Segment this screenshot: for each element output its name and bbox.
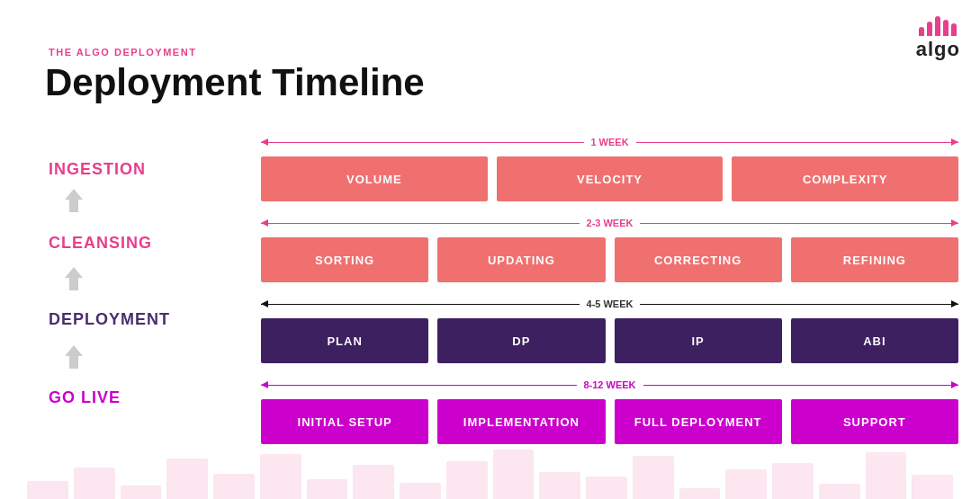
deployment-blocks: PLAN DP IP ABI bbox=[261, 318, 958, 363]
bg-bar bbox=[446, 461, 488, 499]
bg-bar bbox=[400, 483, 441, 499]
arrow-down-1 bbox=[61, 187, 86, 218]
bg-bar bbox=[353, 465, 394, 499]
bg-bar bbox=[772, 463, 814, 499]
block-full-deployment: FULL DEPLOYMENT bbox=[615, 399, 782, 444]
phase-label-deployment: DEPLOYMENT bbox=[49, 310, 170, 329]
logo-bar-3 bbox=[935, 16, 940, 36]
cleansing-section: 2-3 WEEK SORTING UPDATING CORRECTING REF… bbox=[261, 214, 958, 282]
block-implementation: IMPLEMENTATION bbox=[437, 399, 605, 444]
week-label-3: 4-5 WEEK bbox=[580, 299, 641, 309]
phase-label-golive: GO LIVE bbox=[49, 388, 121, 407]
bg-bar bbox=[493, 450, 535, 499]
cleansing-blocks: SORTING UPDATING CORRECTING REFINING bbox=[261, 237, 958, 282]
bg-bar bbox=[213, 474, 255, 499]
week-label-1: 1 WEEK bbox=[583, 137, 635, 147]
page-subtitle: THE ALGO DEPLOYMENT bbox=[49, 47, 196, 58]
bg-bar bbox=[307, 479, 348, 499]
ingestion-blocks: VOLUME VELOCITY COMPLEXITY bbox=[261, 156, 958, 201]
block-correcting: CORRECTING bbox=[615, 237, 782, 282]
block-updating: UPDATING bbox=[437, 237, 605, 282]
logo-bar-5 bbox=[951, 23, 957, 36]
golive-section: 8-12 WEEK INITIAL SETUP IMPLEMENTATION F… bbox=[261, 376, 958, 444]
logo-bars bbox=[919, 16, 957, 36]
block-initial-setup: INITIAL SETUP bbox=[261, 399, 428, 444]
bg-bar bbox=[819, 484, 860, 499]
logo-bar-4 bbox=[943, 20, 949, 36]
week-label-2: 2-3 WEEK bbox=[580, 218, 641, 228]
bg-bar bbox=[166, 459, 208, 499]
deployment-section: 4-5 WEEK PLAN DP IP ABI bbox=[261, 295, 958, 363]
golive-blocks: INITIAL SETUP IMPLEMENTATION FULL DEPLOY… bbox=[261, 399, 958, 444]
page-title: Deployment Timeline bbox=[45, 61, 425, 104]
block-support: SUPPORT bbox=[791, 399, 958, 444]
ingestion-section: 1 WEEK VOLUME VELOCITY COMPLEXITY bbox=[261, 133, 958, 201]
svg-marker-1 bbox=[65, 267, 83, 290]
svg-marker-0 bbox=[65, 189, 83, 212]
bg-bar bbox=[539, 472, 580, 499]
block-velocity: VELOCITY bbox=[497, 156, 724, 201]
logo: algo bbox=[916, 16, 960, 61]
block-complexity: COMPLEXITY bbox=[732, 156, 958, 201]
bg-bar bbox=[866, 452, 907, 499]
week-label-4: 8-12 WEEK bbox=[576, 379, 643, 390]
block-refining: REFINING bbox=[791, 237, 958, 282]
phase-label-cleansing: CLEANSING bbox=[49, 234, 152, 253]
logo-bar-1 bbox=[919, 27, 924, 36]
bg-bar bbox=[27, 481, 68, 499]
bg-bar bbox=[633, 456, 674, 499]
arrow-down-2 bbox=[61, 265, 86, 296]
block-dp: DP bbox=[437, 318, 605, 363]
bg-bar bbox=[586, 477, 627, 499]
svg-marker-2 bbox=[65, 345, 83, 369]
bg-bar bbox=[74, 468, 115, 499]
bg-bar bbox=[121, 486, 162, 499]
background-bars bbox=[0, 445, 980, 499]
bg-bar bbox=[260, 454, 301, 499]
bg-bar bbox=[679, 488, 721, 499]
logo-text: algo bbox=[916, 38, 960, 61]
block-ip: IP bbox=[615, 318, 782, 363]
phase-label-ingestion: INGESTION bbox=[49, 160, 146, 179]
block-volume: VOLUME bbox=[261, 156, 488, 201]
block-sorting: SORTING bbox=[261, 237, 428, 282]
logo-bar-2 bbox=[927, 22, 932, 36]
bg-bar bbox=[725, 469, 767, 499]
block-plan: PLAN bbox=[261, 318, 428, 363]
block-abi: ABI bbox=[791, 318, 958, 363]
arrow-down-3 bbox=[61, 343, 86, 374]
bg-bar bbox=[912, 475, 953, 499]
